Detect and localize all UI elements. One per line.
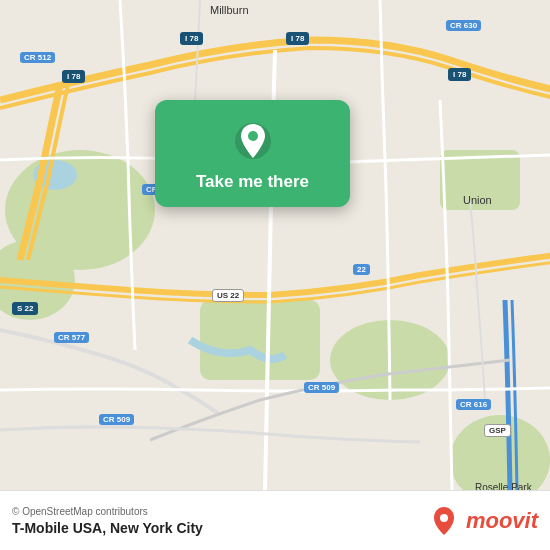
map-container: I 78 I 78 I 78 I 78 CR 512 CR 630 CR US … xyxy=(0,0,550,490)
road-label-cr509-bottom: CR 509 xyxy=(304,382,339,393)
town-label-roselle-park: Roselle Park xyxy=(475,482,532,490)
bottom-info: © OpenStreetMap contributors T-Mobile US… xyxy=(12,506,203,536)
town-label-millburn: Millburn xyxy=(210,4,249,16)
popup-card: Take me there xyxy=(155,100,350,207)
road-label-cr577: CR 577 xyxy=(54,332,89,343)
road-label-cr616: CR 616 xyxy=(456,399,491,410)
town-label-union: Union xyxy=(463,194,492,206)
road-label-i78-top3: I 78 xyxy=(448,68,471,81)
road-label-i78-left: I 78 xyxy=(62,70,85,83)
pin-icon xyxy=(232,120,274,162)
road-label-cr22: 22 xyxy=(353,264,370,275)
moovit-icon xyxy=(428,505,460,537)
moovit-logo: moovit xyxy=(428,505,538,537)
road-label-i78-top2: I 78 xyxy=(286,32,309,45)
svg-point-10 xyxy=(440,514,448,522)
take-me-there-button[interactable]: Take me there xyxy=(196,172,309,192)
road-label-gsp: GSP xyxy=(484,424,511,437)
road-label-s22: S 22 xyxy=(12,302,38,315)
svg-point-9 xyxy=(248,131,258,141)
copyright-text: © OpenStreetMap contributors xyxy=(12,506,203,517)
road-label-cr512: CR 512 xyxy=(20,52,55,63)
svg-rect-3 xyxy=(200,300,320,380)
road-label-us22: US 22 xyxy=(212,289,244,302)
road-label-cr630: CR 630 xyxy=(446,20,481,31)
location-name: T-Mobile USA, New York City xyxy=(12,520,203,536)
road-label-i78-top1: I 78 xyxy=(180,32,203,45)
road-label-cr509-left: CR 509 xyxy=(99,414,134,425)
bottom-bar: © OpenStreetMap contributors T-Mobile US… xyxy=(0,490,550,550)
moovit-text: moovit xyxy=(466,508,538,534)
